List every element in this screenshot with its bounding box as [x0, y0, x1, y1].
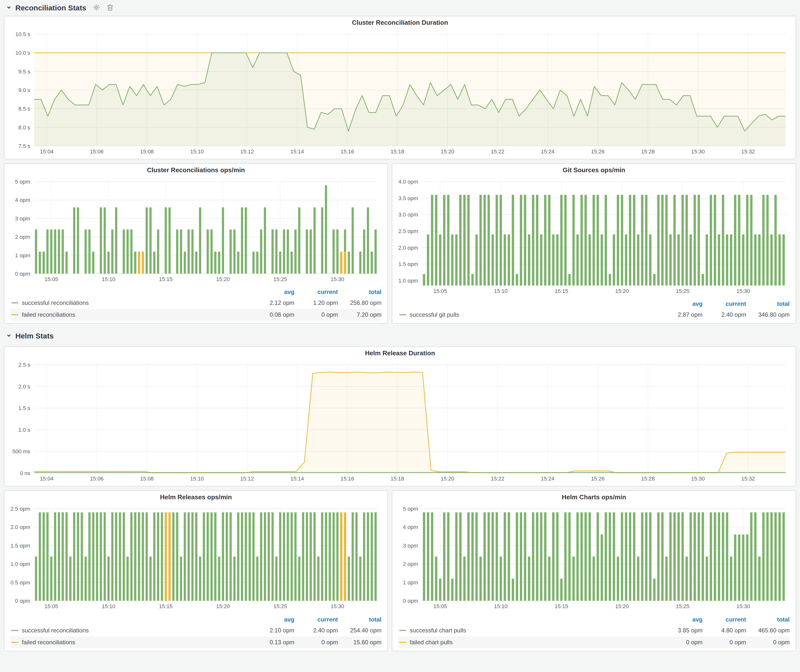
- series-name[interactable]: successful reconciliations: [22, 627, 251, 634]
- bar-series-0: [766, 195, 769, 286]
- x-axis-label: 15:15: [555, 288, 568, 294]
- series-name[interactable]: failed reconciliations: [22, 639, 251, 646]
- bar-series-0: [73, 512, 75, 601]
- bar-series-0: [758, 557, 760, 601]
- chart-git-sources-ops[interactable]: 15:0515:1015:1515:2015:2515:301.0 opm1.5…: [394, 177, 794, 296]
- chart-canvas: 15:0515:1015:1515:2015:2515:300 opm1 opm…: [6, 177, 386, 285]
- row-header-helm-stats[interactable]: Helm Stats: [0, 325, 800, 346]
- legend-header-current[interactable]: current: [294, 288, 338, 295]
- bar-series-0: [710, 512, 712, 601]
- panel-title[interactable]: Cluster Reconciliation Duration: [5, 16, 795, 29]
- bar-series-0: [271, 229, 274, 274]
- bar-series-0: [463, 557, 466, 601]
- legend-header-avg[interactable]: avg: [659, 616, 702, 623]
- bar-series-0: [706, 234, 708, 286]
- bar-series-0: [500, 195, 502, 286]
- bar-series-0: [512, 579, 514, 601]
- panel-title[interactable]: Helm Charts ops/min: [392, 491, 795, 504]
- bar-series-1: [344, 252, 346, 274]
- legend-header-current[interactable]: current: [702, 616, 746, 623]
- bar-series-0: [552, 512, 554, 601]
- trash-icon[interactable]: [107, 4, 114, 11]
- legend-header-current[interactable]: current: [294, 616, 338, 623]
- panel-title[interactable]: Git Sources ops/min: [392, 164, 795, 177]
- series-current: 1.20 opm: [294, 299, 338, 306]
- bar-series-0: [726, 234, 728, 286]
- chart-helm-charts-ops[interactable]: 15:0515:1015:1515:2015:2515:300 opm1 opm…: [394, 504, 794, 612]
- legend-header-avg[interactable]: avg: [251, 616, 294, 623]
- bar-series-0: [443, 512, 445, 601]
- legend-header: avg current total: [398, 614, 790, 624]
- legend: avg current total successful chart pulls…: [398, 614, 790, 648]
- series-color-dash: [11, 302, 18, 303]
- bar-series-0: [669, 234, 672, 286]
- panel-title[interactable]: Helm Releases ops/min: [5, 491, 387, 504]
- series-avg: 0 opm: [659, 639, 702, 646]
- bar-series-0: [637, 557, 639, 601]
- bar-series-0: [475, 512, 478, 601]
- legend-header-total[interactable]: total: [746, 300, 790, 307]
- panel-title[interactable]: Helm Release Duration: [5, 347, 795, 360]
- x-axis-label: 15:32: [741, 149, 755, 155]
- bar-series-0: [500, 557, 502, 601]
- chart-helm-releases-ops[interactable]: 15:0515:1015:1515:2015:2515:300 opm0.5 o…: [6, 504, 386, 612]
- series-current: 0 opm: [294, 639, 338, 646]
- bar-series-0: [176, 512, 178, 601]
- panel-helm-releases-ops: Helm Releases ops/min 15:0515:1015:1515:…: [4, 490, 388, 651]
- legend-header-current[interactable]: current: [702, 300, 746, 307]
- bar-series-0: [271, 512, 274, 601]
- series-name[interactable]: failed chart pulls: [410, 639, 659, 646]
- y-axis-label: 1 opm: [15, 252, 30, 259]
- y-axis-label: 7.5 s: [18, 143, 30, 149]
- bar-series-0: [46, 512, 49, 601]
- bar-series-0: [649, 512, 651, 601]
- legend-header-avg[interactable]: avg: [251, 288, 294, 295]
- bar-series-0: [653, 274, 655, 286]
- y-axis-label: 2.0 opm: [398, 245, 418, 251]
- legend-header-avg[interactable]: avg: [659, 300, 702, 307]
- bar-series-0: [126, 557, 129, 601]
- series-name[interactable]: successful chart pulls: [410, 627, 659, 634]
- series-name[interactable]: failed reconciliations: [22, 311, 251, 318]
- y-axis-label: 8.0 s: [18, 125, 30, 131]
- bar-series-0: [682, 195, 684, 286]
- x-axis-label: 15:10: [190, 149, 204, 155]
- bar-series-0: [698, 195, 700, 286]
- panel-title[interactable]: Cluster Reconciliations ops/min: [5, 164, 387, 177]
- series-name[interactable]: successful reconciliations: [22, 299, 251, 306]
- bar-series-0: [742, 234, 744, 286]
- bar-series-0: [275, 557, 278, 601]
- bar-series-0: [352, 207, 354, 274]
- bar-series-0: [138, 512, 140, 601]
- legend-header-total[interactable]: total: [338, 288, 381, 295]
- y-axis-label: 4 opm: [403, 524, 418, 530]
- bar-series-0: [111, 512, 114, 601]
- bar-series-0: [564, 512, 566, 601]
- bar-series-0: [564, 195, 566, 286]
- bar-series-0: [146, 512, 148, 601]
- chart-helm-release-duration[interactable]: 15:0415:0615:0815:1015:1215:1415:1615:18…: [6, 360, 794, 484]
- bar-series-0: [601, 234, 603, 286]
- bar-series-0: [298, 207, 300, 274]
- chart-cluster-reconciliations-ops[interactable]: 15:0515:1015:1515:2015:2515:300 opm1 opm…: [6, 177, 386, 285]
- legend-header-total[interactable]: total: [338, 616, 381, 623]
- bar-series-0: [645, 195, 647, 286]
- bar-series-0: [601, 534, 603, 601]
- chart-cluster-reconciliation-duration[interactable]: 15:0415:0615:0815:1015:1215:1415:1615:18…: [6, 29, 794, 157]
- bar-series-0: [540, 234, 542, 286]
- bar-series-0: [168, 207, 171, 274]
- bar-series-0: [233, 557, 235, 601]
- bar-series-0: [520, 512, 522, 601]
- row-header-reconciliation-stats[interactable]: Reconciliation Stats: [0, 0, 800, 15]
- bar-series-0: [423, 274, 425, 286]
- bar-series-0: [770, 234, 773, 286]
- panel-helm-release-duration: Helm Release Duration 15:0415:0615:0815:…: [4, 346, 796, 486]
- series-color-dash: [11, 642, 18, 643]
- bar-series-0: [237, 512, 240, 601]
- series-name[interactable]: successful git pulls: [410, 311, 659, 318]
- bar-series-0: [157, 512, 159, 601]
- x-axis-label: 15:05: [434, 288, 447, 294]
- y-axis-label: 3.5 opm: [398, 195, 418, 202]
- legend-header-total[interactable]: total: [746, 616, 790, 623]
- gear-icon[interactable]: [93, 4, 100, 11]
